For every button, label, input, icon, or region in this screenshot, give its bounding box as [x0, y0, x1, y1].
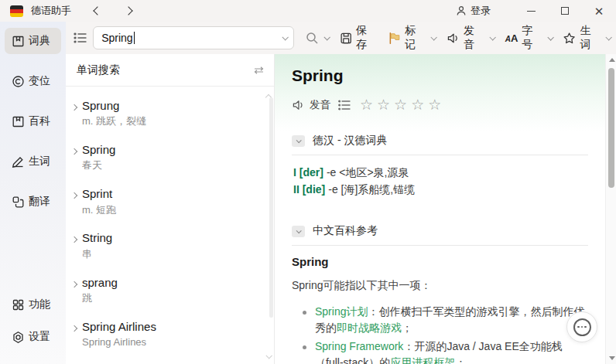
search-input[interactable]: Spring: [93, 26, 294, 49]
chevron-down-icon[interactable]: [606, 34, 612, 40]
list-item[interactable]: Spring AirlinesSpring Airlines: [66, 312, 274, 356]
apps-icon: [12, 298, 25, 311]
app-title: 德语助手: [31, 4, 71, 18]
sidebar-item-conjugation[interactable]: 变位: [5, 68, 61, 94]
sort-swap-icon[interactable]: [253, 66, 265, 75]
sidebar-item-label: 功能: [29, 298, 50, 311]
word-meaning: 春天: [82, 159, 115, 172]
word-meaning: Spring Airlines: [82, 336, 156, 349]
word-search-title: 单词搜索: [77, 63, 120, 77]
sidebar-item-dictionary[interactable]: 词典: [5, 28, 61, 54]
login-button[interactable]: 登录: [456, 4, 491, 18]
star-icon[interactable]: ☆: [411, 96, 425, 114]
list-item[interactable]: String串: [66, 223, 274, 267]
pronounce-label: 发音: [464, 24, 484, 52]
sidebar-item-translate[interactable]: 翻译: [5, 189, 61, 215]
wiki-link[interactable]: 应用进程框架: [390, 356, 455, 364]
chevron-down-icon[interactable]: [323, 34, 330, 40]
word-search-panel: 单词搜索 Sprungm. 跳跃，裂缝Spring春天Sprintm. 短跑St…: [66, 54, 275, 364]
word-text: Spring Airlines: [82, 319, 156, 335]
search-input-value: Spring: [101, 32, 132, 44]
chevron-down-icon[interactable]: [547, 34, 553, 40]
mark-label: 标记: [405, 24, 426, 52]
star-icon[interactable]: ☆: [394, 96, 408, 114]
list-item[interactable]: Sprintm. 短跑: [66, 179, 274, 223]
newword-button[interactable]: 生词: [557, 26, 616, 49]
sidebar-item-newwords[interactable]: 生词: [5, 148, 61, 175]
ellipsis-icon: [573, 318, 591, 336]
sidebar-item-label: 词典: [29, 34, 50, 48]
star-icon[interactable]: ☆: [428, 96, 442, 114]
maximize-button[interactable]: [548, 0, 582, 22]
scrollbar-thumb[interactable]: [269, 97, 273, 318]
outline-list-icon[interactable]: [338, 100, 351, 111]
sidebar-item-encyclopedia[interactable]: 百科: [5, 108, 61, 134]
search-button[interactable]: [300, 26, 334, 49]
text-caret: [134, 32, 135, 44]
forward-button[interactable]: [119, 2, 138, 19]
sidebar: 词典 变位 百科 生词 翻译 功能 设置: [0, 22, 66, 364]
translate-icon: [12, 196, 25, 209]
chevron-right-icon: [71, 148, 77, 155]
star-icon[interactable]: ☆: [360, 96, 374, 114]
wiki-text: ；: [402, 321, 412, 334]
scrollbar-thumb[interactable]: [608, 68, 614, 188]
wiki-link[interactable]: 即时战略游戏: [337, 321, 402, 334]
word-text: Spring: [82, 142, 115, 158]
detail-pronounce-label: 发音: [310, 98, 330, 112]
titlebar: 德语助手 登录 ✕: [0, 0, 616, 22]
section-wiki-title: 中文百科参考: [313, 224, 378, 238]
fontsize-button[interactable]: AA 字号: [500, 26, 558, 49]
detail-pronounce-button[interactable]: 发音: [292, 98, 330, 112]
list-item[interactable]: Sprungm. 跳跃，裂缝: [66, 91, 274, 135]
newword-label: 生词: [580, 24, 601, 52]
wiki-link[interactable]: Spring计划: [315, 305, 368, 318]
chevron-down-icon[interactable]: [430, 34, 436, 40]
settings-icon: [12, 331, 25, 344]
chevron-right-icon: [71, 325, 77, 331]
word-text: Sprung: [82, 98, 146, 114]
user-icon: [456, 5, 467, 16]
scroll-up-icon[interactable]: [609, 58, 615, 62]
wiki-link[interactable]: Spring Framework: [315, 340, 403, 352]
login-label: 登录: [471, 4, 491, 18]
sidebar-item-functions[interactable]: 功能: [5, 291, 61, 318]
sidebar-item-label: 设置: [29, 330, 50, 344]
chevron-right-icon: [71, 281, 77, 287]
save-button[interactable]: 保存: [334, 26, 382, 49]
word-list: Sprungm. 跳跃，裂缝Spring春天Sprintm. 短跑String串…: [66, 87, 274, 364]
scroll-down-icon[interactable]: [266, 349, 271, 361]
mark-button[interactable]: 标记: [382, 26, 441, 49]
minimize-button[interactable]: [514, 0, 548, 22]
list-item[interactable]: SpringböckeSpringböcke: [66, 356, 274, 364]
speaker-icon: [292, 99, 305, 111]
star-icon: [563, 32, 576, 45]
star-icon[interactable]: ☆: [377, 96, 391, 114]
detail-scrollbar[interactable]: [605, 54, 616, 364]
sidebar-item-settings[interactable]: 设置: [5, 324, 61, 350]
history-list-button[interactable]: [70, 28, 90, 48]
wiki-heading: Spring: [292, 255, 588, 268]
speaker-icon: [447, 32, 460, 45]
more-actions-button[interactable]: [566, 311, 597, 342]
close-button[interactable]: ✕: [582, 0, 616, 22]
toolbar: Spring 保存 标记 发音 AA 字号 生词: [66, 22, 616, 54]
rating-stars[interactable]: ☆☆☆☆☆: [360, 96, 442, 114]
search-history-dropdown-icon[interactable]: [282, 34, 288, 40]
chevron-down-icon[interactable]: [489, 34, 495, 40]
word-search-header: 单词搜索: [66, 54, 274, 87]
section-wiki-header: 中文百科参考: [292, 224, 588, 246]
wiki-intro: Spring可能指以下其中一项：: [292, 279, 588, 293]
save-icon: [340, 32, 352, 45]
collapse-button[interactable]: [292, 135, 305, 147]
list-item[interactable]: Spring春天: [66, 135, 274, 179]
collapse-button[interactable]: [292, 226, 305, 237]
scroll-down-icon[interactable]: [609, 356, 615, 360]
list-item[interactable]: sprang跳: [66, 268, 274, 312]
pronounce-button[interactable]: 发音: [441, 26, 500, 49]
wiki-bullet-item: Spring Framework：开源的Java / Java EE全功能栈（f…: [303, 338, 588, 364]
main-area: Spring 保存 标记 发音 AA 字号 生词: [66, 22, 616, 364]
sidebar-item-label: 变位: [29, 74, 50, 88]
back-button[interactable]: [88, 2, 107, 19]
word-text: String: [82, 230, 112, 246]
